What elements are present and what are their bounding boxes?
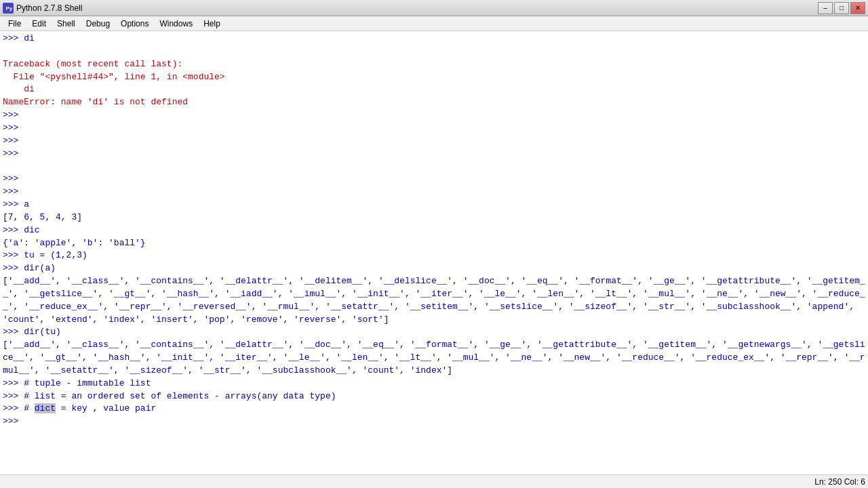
shell-line: >>>	[3, 173, 865, 186]
menu-item-debug[interactable]: Debug	[81, 18, 115, 30]
title-bar-left: Py Python 2.7.8 Shell	[3, 3, 82, 14]
shell-line: >>> a	[3, 199, 865, 211]
shell-line: Traceback (most recent call last):	[3, 58, 865, 71]
shell-line: >>> dir(tu)	[3, 326, 865, 339]
svg-text:Py: Py	[6, 5, 13, 12]
shell-line: [7, 6, 5, 4, 3]	[3, 211, 865, 224]
shell-line: >>> dir(a)	[3, 262, 865, 275]
title-controls: – □ ✕	[818, 2, 865, 14]
maximize-button[interactable]: □	[834, 2, 849, 14]
shell-line	[3, 160, 865, 173]
status-text: Ln: 250 Col: 6	[814, 477, 865, 487]
shell-line: >>>	[3, 122, 865, 135]
shell-line: >>> di	[3, 33, 865, 45]
shell-line: {'a': 'apple', 'b': 'ball'}	[3, 237, 865, 250]
menu-item-options[interactable]: Options	[115, 18, 154, 30]
menu-item-edit[interactable]: Edit	[26, 18, 52, 30]
shell-line: >>>	[3, 186, 865, 199]
shell-content[interactable]: >>> di Traceback (most recent call last)…	[0, 31, 868, 474]
close-button[interactable]: ✕	[850, 2, 865, 14]
title-bar: Py Python 2.7.8 Shell – □ ✕	[0, 0, 868, 16]
shell-line: >>>	[3, 109, 865, 122]
shell-line: File "<pyshell#44>", line 1, in <module>	[3, 71, 865, 84]
shell-line: >>>	[3, 135, 865, 148]
title-text: Python 2.7.8 Shell	[16, 3, 82, 13]
shell-line: >>>	[3, 415, 865, 428]
shell-line: >>> # dict = key , value pair	[3, 403, 865, 415]
shell-line: NameError: name 'di' is not defined	[3, 96, 865, 109]
app-icon: Py	[3, 3, 14, 14]
menu-item-windows[interactable]: Windows	[154, 18, 198, 30]
status-bar: Ln: 250 Col: 6	[0, 474, 868, 488]
shell-line: di	[3, 83, 865, 96]
shell-line: >>> # tuple - immutable list	[3, 378, 865, 390]
menu-item-file[interactable]: File	[3, 18, 26, 30]
menu-item-shell[interactable]: Shell	[52, 18, 81, 30]
shell-line: >>> dic	[3, 224, 865, 237]
shell-line: >>> tu = (1,2,3)	[3, 249, 865, 262]
minimize-button[interactable]: –	[818, 2, 833, 14]
shell-line: ['__add__', '__class__', '__contains__',…	[3, 275, 865, 326]
shell-line: >>>	[3, 148, 865, 161]
shell-line: >>> # list = an ordered set of elements …	[3, 390, 865, 403]
shell-line: ['__add__', '__class__', '__contains__',…	[3, 339, 865, 378]
menu-bar: FileEditShellDebugOptionsWindowsHelp	[0, 16, 868, 31]
menu-item-help[interactable]: Help	[198, 18, 226, 30]
shell-line	[3, 45, 865, 58]
